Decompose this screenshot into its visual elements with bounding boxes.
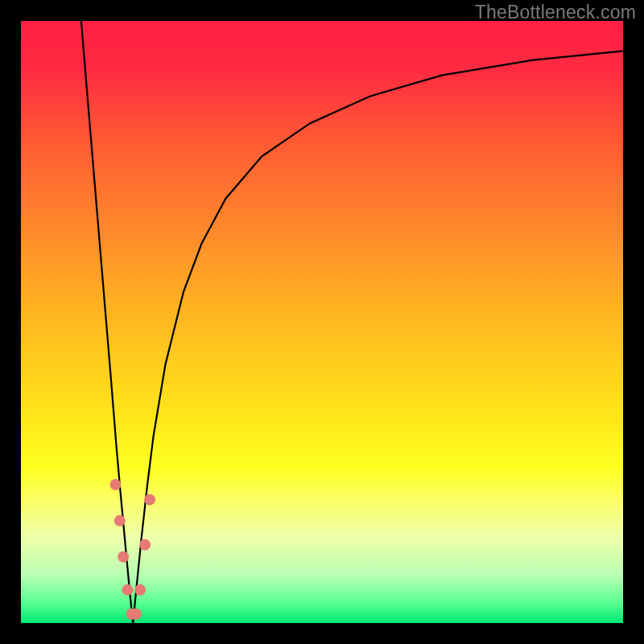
marker-dot	[130, 609, 142, 620]
curve-left-branch	[81, 21, 133, 623]
curve-layer	[21, 21, 623, 623]
chart-frame: TheBottleneck.com	[0, 0, 644, 644]
marker-dot	[139, 539, 151, 551]
plot-area	[21, 21, 623, 623]
curve-right-branch	[133, 51, 623, 623]
highlight-markers	[109, 479, 155, 620]
marker-dot	[122, 584, 133, 596]
marker-dot	[109, 479, 121, 490]
watermark-text: TheBottleneck.com	[475, 2, 636, 23]
marker-dot	[114, 515, 126, 526]
marker-dot	[134, 584, 146, 596]
marker-dot	[144, 494, 155, 506]
marker-dot	[118, 551, 129, 563]
